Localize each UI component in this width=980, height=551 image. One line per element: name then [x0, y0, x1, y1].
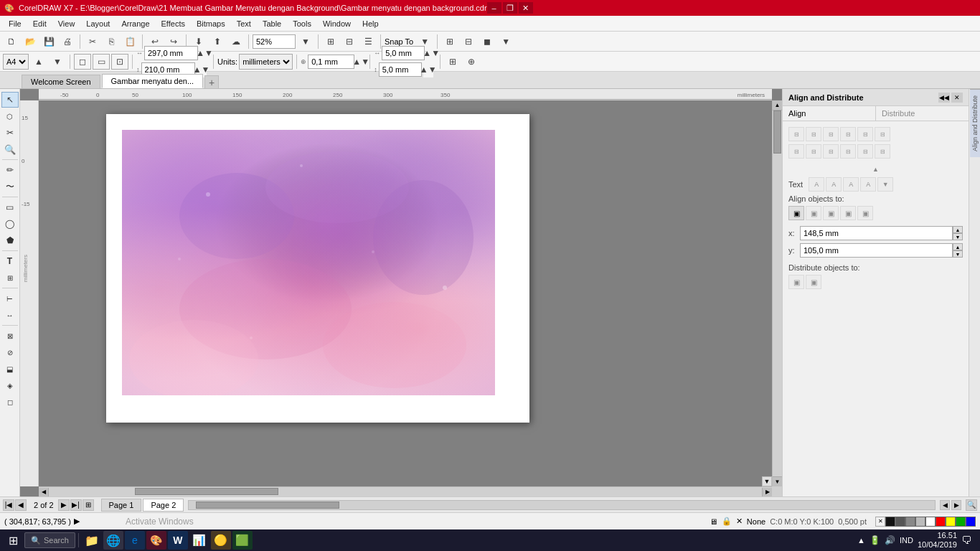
canvas-image[interactable] — [122, 130, 495, 395]
parallel-dim-tool[interactable]: ⊢ — [1, 291, 19, 306]
scroll-right-btn[interactable]: ▶ — [951, 500, 961, 510]
text-btn5[interactable]: ▼ — [877, 177, 893, 192]
next-page-btn[interactable]: ▶ — [58, 499, 70, 511]
dist-btn2[interactable]: ▣ — [806, 275, 821, 289]
align-br-btn[interactable]: ⊟ — [840, 144, 856, 159]
light-gray-swatch[interactable] — [915, 517, 925, 527]
panel-close-btn[interactable]: ✕ — [951, 93, 963, 103]
obj-btn3[interactable]: ▣ — [823, 206, 839, 220]
align-right-btn[interactable]: ⊟ — [823, 127, 839, 141]
y-spin-up[interactable]: ▲ — [953, 243, 963, 250]
browser2-taskbar[interactable]: e — [125, 531, 145, 550]
smart-fill-tool[interactable]: ◈ — [1, 377, 19, 393]
menu-tools[interactable]: Tools — [287, 18, 317, 29]
save-button[interactable]: 💾 — [40, 34, 57, 50]
page-size-select[interactable]: A4 — [3, 54, 29, 70]
print-button[interactable]: 🖨 — [59, 34, 76, 50]
x-spin-up[interactable]: ▲ — [953, 226, 963, 233]
y-spin-dn[interactable]: ▼ — [953, 250, 963, 258]
nudge-spin[interactable]: ▲▼ — [356, 54, 366, 70]
first-page-btn[interactable]: |◀ — [3, 499, 14, 511]
close-button[interactable]: ✕ — [519, 2, 533, 14]
portrait-btn[interactable]: ◻ — [74, 54, 91, 70]
canvas-expand-bottom[interactable]: ▼ — [762, 476, 772, 486]
smart-draw-tool[interactable]: 〜 — [1, 179, 19, 194]
blend-tool[interactable]: ⊠ — [1, 328, 19, 344]
nudge-input[interactable] — [308, 55, 354, 69]
copy-button[interactable]: ⎘ — [103, 34, 120, 50]
menu-arrange[interactable]: Arrange — [116, 18, 155, 29]
app7-taskbar[interactable]: 🟡 — [211, 531, 231, 550]
menu-bitmaps[interactable]: Bitmaps — [191, 18, 231, 29]
x-input[interactable] — [800, 226, 953, 240]
fill-tool[interactable]: ⬓ — [1, 361, 19, 377]
app8-taskbar[interactable]: 🟩 — [232, 531, 253, 550]
full-screen-button[interactable]: ⊞ — [322, 34, 339, 50]
obj-btn4[interactable]: ▣ — [840, 206, 856, 220]
menu-window[interactable]: Window — [317, 18, 357, 29]
page-size-spin-up[interactable]: ▲ — [30, 54, 47, 70]
dark-gray-swatch[interactable] — [895, 517, 905, 527]
connector-tool[interactable]: ↔ — [1, 307, 19, 323]
display-dropdown[interactable]: ▼ — [497, 34, 514, 50]
tray-icon2[interactable]: 🔋 — [870, 535, 880, 545]
menu-file[interactable]: File — [3, 18, 27, 29]
publish-button[interactable]: ☁ — [227, 34, 245, 50]
hatch-w-spin[interactable]: ▲▼ — [426, 45, 436, 61]
coreldraw-taskbar[interactable]: 🎨 — [146, 531, 166, 550]
file-explorer-taskbar[interactable]: 📁 — [82, 531, 102, 550]
align-left-btn[interactable]: ⊟ — [788, 127, 804, 141]
add-page-nav-btn[interactable]: ⊞ — [83, 499, 94, 511]
red-swatch[interactable] — [936, 517, 946, 527]
align-tl-btn[interactable]: ⊟ — [788, 144, 804, 159]
zoom-options-button[interactable]: ▼ — [297, 34, 314, 50]
align-c-btn[interactable]: ⊟ — [857, 144, 873, 159]
cut-button[interactable]: ✂ — [84, 34, 101, 50]
rectangle-tool[interactable]: ▭ — [1, 199, 19, 215]
ellipse-tool[interactable]: ◯ — [1, 216, 19, 232]
app6-taskbar[interactable]: 📊 — [189, 531, 209, 550]
obj-btn5[interactable]: ▣ — [857, 206, 873, 220]
zoom-search-btn[interactable]: 🔍 — [966, 499, 977, 511]
polygon-tool[interactable]: ⬟ — [1, 232, 19, 248]
menu-text[interactable]: Text — [231, 18, 257, 29]
view-mode-button[interactable]: ⊟ — [341, 34, 358, 50]
add-page-btn[interactable]: ⊕ — [463, 54, 480, 70]
green-swatch[interactable] — [956, 517, 966, 527]
align-bl-btn[interactable]: ⊟ — [823, 144, 839, 159]
text-btn2[interactable]: A — [826, 177, 842, 192]
width-spin[interactable]: ▲▼ — [199, 45, 209, 61]
distribute-tab[interactable]: Distribute — [876, 106, 969, 121]
bleed-btn[interactable]: ⊡ — [111, 54, 128, 70]
page2-tab[interactable]: Page 2 — [143, 499, 184, 512]
tab-gambar[interactable]: Gambar menyatu den... — [102, 74, 204, 88]
obj-btn1[interactable]: ▣ — [788, 206, 804, 220]
freehand-tool[interactable]: ✏ — [1, 162, 19, 178]
new-button[interactable]: 🗋 — [3, 34, 20, 50]
restore-button[interactable]: ❐ — [503, 2, 517, 14]
canvas-area[interactable]: -50 0 50 100 150 200 250 300 350 millime… — [20, 89, 782, 496]
page-width-input[interactable] — [144, 46, 198, 60]
align-bottom-btn[interactable]: ⊟ — [875, 127, 890, 141]
select-tool[interactable]: ↖ — [1, 92, 19, 108]
tab-welcome[interactable]: Welcome Screen — [22, 75, 100, 88]
y-input[interactable] — [800, 243, 953, 258]
align-cv-btn[interactable]: ⊟ — [857, 127, 873, 141]
yellow-swatch[interactable] — [946, 517, 956, 527]
eyedropper-tool[interactable]: ⊘ — [1, 344, 19, 360]
menu-view[interactable]: View — [52, 18, 81, 29]
page-size-spin-dn[interactable]: ▼ — [49, 54, 66, 70]
search-bar[interactable]: 🔍 Search — [24, 532, 75, 548]
start-button[interactable]: ⊞ — [3, 531, 23, 550]
no-fill-swatch[interactable]: ✕ — [875, 517, 885, 527]
units-select[interactable]: millimeters — [239, 54, 293, 70]
scroll-left-btn[interactable]: ◀ — [940, 500, 950, 510]
display-button[interactable]: ◼ — [479, 34, 496, 50]
browser1-taskbar[interactable]: 🌐 — [103, 531, 123, 550]
page-hscroll[interactable] — [188, 500, 936, 510]
lang-indicator[interactable]: IND — [900, 536, 913, 545]
word-taskbar[interactable]: W — [168, 531, 188, 550]
export-button[interactable]: ⬆ — [209, 34, 226, 50]
view-options-button[interactable]: ⊟ — [460, 34, 477, 50]
clock[interactable]: 16.51 10/04/2019 — [918, 531, 957, 550]
